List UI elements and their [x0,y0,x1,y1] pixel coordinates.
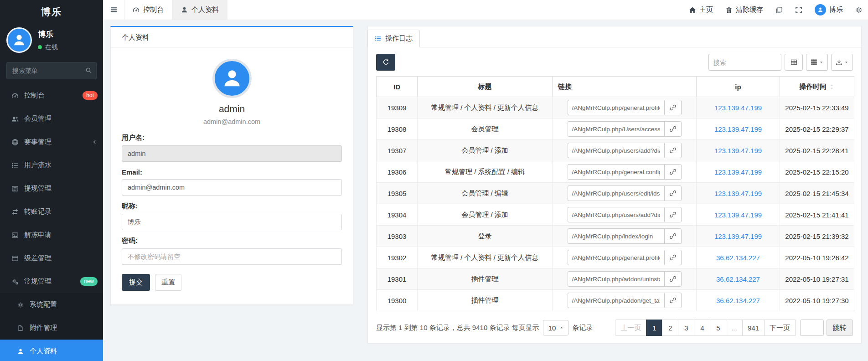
open-link-button[interactable] [664,228,682,244]
toggle-view-button[interactable] [785,54,803,71]
log-time: 2022-05-10 19:27:31 [780,268,854,290]
page-button[interactable]: 5 [710,320,726,336]
page-button[interactable]: ... [726,320,743,336]
open-link-button[interactable] [664,186,682,201]
email-field[interactable] [122,179,342,196]
open-link-button[interactable] [664,293,682,308]
log-ip-link[interactable]: 123.139.47.199 [714,232,762,240]
open-link-button[interactable] [664,207,682,222]
sidebar-item[interactable]: 解冻申请 [0,223,103,247]
log-url-input[interactable] [568,293,664,308]
nickname-field[interactable] [122,214,342,230]
password-field[interactable] [122,248,342,265]
page-button[interactable]: 941 [742,320,765,336]
home-link[interactable]: 主页 [689,5,713,14]
operation-log-panel: 操作日志 ID 标题 链接 [367,26,862,344]
log-ip-link[interactable]: 123.139.47.199 [714,168,762,176]
clear-cache-button[interactable]: 清除缓存 [725,5,763,14]
sidebar-item[interactable]: 控制台 hot [0,84,103,107]
sidebar-item[interactable]: 会员管理 [0,107,103,130]
column-header-id[interactable]: ID [377,77,418,97]
column-header-ip[interactable]: ip [697,77,780,97]
refresh-button[interactable] [376,54,395,71]
log-url-group [568,207,682,222]
log-url-input[interactable] [568,164,664,180]
log-title: 登录 [418,226,553,247]
log-row: 19309 常规管理 / 个人资料 / 更新个人信息 123.139.47.19… [377,97,854,119]
log-row: 19308 会员管理 123.139.47.199 2025-02-15 22:… [377,119,854,140]
reset-button[interactable]: 重置 [155,274,181,291]
topbar-tab[interactable]: 控制台 [124,0,172,20]
fullscreen-button[interactable] [795,6,802,14]
log-ip-link[interactable]: 123.139.47.199 [714,190,762,197]
jump-button[interactable]: 跳转 [827,320,853,336]
log-time: 2025-02-15 22:29:37 [780,119,854,140]
page-button[interactable]: 1 [646,320,662,336]
topbar-tab[interactable]: 个人资料 [172,0,227,20]
log-ip-link[interactable]: 123.139.47.199 [714,147,762,155]
page-button[interactable]: 4 [694,320,710,336]
log-title: 插件管理 [418,268,553,290]
password-label: 密码: [122,237,342,245]
columns-dropdown-button[interactable] [806,54,828,71]
open-link-button[interactable] [664,164,682,180]
open-link-button[interactable] [664,250,682,265]
sidebar-item[interactable]: 级差管理 [0,247,103,270]
log-url-input[interactable] [568,250,664,265]
log-ip-link[interactable]: 36.62.134.227 [716,254,760,262]
page-button[interactable]: 下一页 [764,320,796,336]
log-time: 2022-05-10 19:26:42 [780,247,854,268]
log-title: 会员管理 / 编辑 [418,183,553,204]
log-url-input[interactable] [568,186,664,201]
log-search-input[interactable] [708,54,781,71]
export-dropdown-button[interactable] [831,54,853,71]
open-link-button[interactable] [664,143,682,158]
sidebar-item[interactable]: 提现管理 [0,177,103,200]
log-ip-link[interactable]: 36.62.134.227 [716,297,760,304]
page-button[interactable]: 3 [678,320,694,336]
tab-operation-log[interactable]: 操作日志 [367,30,420,47]
log-url-input[interactable] [568,100,664,115]
open-link-button[interactable] [664,100,682,115]
jump-page-input[interactable] [800,320,824,336]
log-id: 19308 [377,119,418,140]
user-name: 博乐 [38,29,58,40]
column-header-time[interactable]: 操作时间 [780,77,854,97]
log-url-input[interactable] [568,271,664,287]
sidebar-subitem[interactable]: 个人资料 [0,340,103,361]
open-link-button[interactable] [664,121,682,137]
column-header-url[interactable]: 链接 [553,77,697,97]
sidebar-item-label: 提现管理 [24,184,52,193]
log-ip-link[interactable]: 36.62.134.227 [716,275,760,283]
menu-search-input[interactable] [6,62,97,79]
avatar [815,4,826,15]
menu-badge: new [80,277,98,286]
page-size-select[interactable]: 10 [543,320,569,335]
log-url-group [568,121,682,137]
page-button[interactable]: 上一页 [615,320,646,336]
shortcuts-button[interactable] [775,6,783,14]
log-url-input[interactable] [568,228,664,244]
log-url-input[interactable] [568,143,664,158]
log-url-input[interactable] [568,121,664,137]
sidebar-item[interactable]: 常规管理 new [0,270,103,293]
sidebar-subitem[interactable]: 附件管理 [0,316,103,340]
list-icon [375,35,382,42]
open-link-button[interactable] [664,271,682,287]
log-ip-link[interactable]: 123.139.47.199 [714,125,762,133]
page-button[interactable]: 2 [662,320,678,336]
settings-button[interactable] [855,6,863,14]
sidebar-toggle-button[interactable] [103,0,124,20]
log-url-input[interactable] [568,207,664,222]
sidebar-item[interactable]: 赛事管理 [0,130,103,154]
column-header-title[interactable]: 标题 [418,77,553,97]
sidebar-item[interactable]: 用户流水 [0,154,103,177]
sidebar-subitem[interactable]: 系统配置 [0,293,103,316]
username-field[interactable] [122,145,342,162]
user-menu[interactable]: 博乐 [815,4,843,15]
submit-button[interactable]: 提交 [122,274,150,291]
sidebar-item[interactable]: 转账记录 [0,200,103,223]
log-ip-link[interactable]: 123.139.47.199 [714,104,762,112]
log-ip-link[interactable]: 123.139.47.199 [714,211,762,219]
grid-icon [811,59,817,66]
